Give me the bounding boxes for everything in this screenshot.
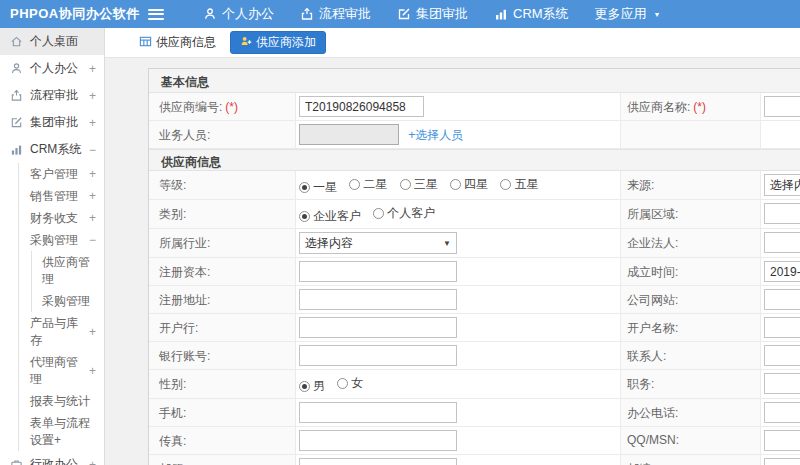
nav-group-approval[interactable]: 集团审批 xyxy=(384,0,481,28)
sidebar-item-products-inventory[interactable]: 产品与库存 + xyxy=(19,312,104,351)
sidebar-item-supplier-mgmt[interactable]: 供应商管理 xyxy=(32,251,104,290)
form-row: 注册资本: 成立时间: xyxy=(149,258,800,286)
company-website-input[interactable] xyxy=(764,289,800,310)
user-icon xyxy=(203,7,217,21)
sidebar-item-personal-desktop[interactable]: 个人桌面 xyxy=(0,28,104,55)
office-phone-input[interactable] xyxy=(764,402,800,423)
region-input[interactable] xyxy=(764,203,800,224)
expand-plus-icon[interactable]: + xyxy=(89,211,96,225)
sidebar-item-personal-office[interactable]: 个人办公 + xyxy=(0,55,104,82)
crm-submenu: 客户管理 + 销售管理 + 财务收支 + 采购管理 − 供应商管理 采购管理 产… xyxy=(18,163,104,451)
table-icon xyxy=(139,35,152,51)
required-mark: (*) xyxy=(693,100,706,114)
collapse-minus-icon[interactable]: − xyxy=(89,233,96,247)
form-row: 所属行业: 选择内容▼ 企业法人: xyxy=(149,229,800,258)
field-label: 办公电话: xyxy=(621,399,761,426)
field-label: 手机: xyxy=(149,399,296,426)
form-row: 性别: 男 女 职务: xyxy=(149,370,800,399)
nav-more-apps[interactable]: 更多应用 ▼ xyxy=(582,0,674,28)
tab-supplier-info[interactable]: 供应商信息 xyxy=(133,31,222,54)
mobile-input[interactable] xyxy=(299,402,457,423)
form-row: 供应商编号:(*) 供应商名称:(*) xyxy=(149,93,800,121)
radio-option[interactable]: 女 xyxy=(337,375,363,392)
content-area: 基本信息 供应商编号:(*) 供应商名称:(*) 业务人员: xyxy=(105,58,800,465)
radio-checked-icon xyxy=(299,381,310,392)
tab-supplier-add[interactable]: 供应商添加 xyxy=(230,31,326,54)
sidebar-item-group-approval[interactable]: 集团审批 + xyxy=(0,109,104,136)
radio-option[interactable]: 五星 xyxy=(500,176,538,193)
app-brand: PHPOA协同办公软件 xyxy=(0,5,148,23)
form-row: 类别: 企业客户 个人客户 所属区域: xyxy=(149,200,800,229)
field-label: 银行账号: xyxy=(149,342,296,369)
sidebar-item-admin-office[interactable]: 行政办公 + xyxy=(0,451,104,465)
field-label: 联系人: xyxy=(621,342,761,369)
field-label: 注册资本: xyxy=(149,258,296,285)
supplier-no-input[interactable] xyxy=(299,96,424,117)
expand-plus-icon[interactable]: + xyxy=(89,62,96,76)
sidebar-item-sales-mgmt[interactable]: 销售管理 + xyxy=(19,185,104,207)
bank-input[interactable] xyxy=(299,317,457,338)
field-label: 职务: xyxy=(621,370,761,398)
expand-plus-icon[interactable]: + xyxy=(89,189,96,203)
sidebar-item-crm-system[interactable]: CRM系统 − xyxy=(0,136,104,163)
sidebar-item-agent-mgmt[interactable]: 代理商管理 + xyxy=(19,351,104,390)
contact-person-input[interactable] xyxy=(764,345,800,366)
radio-option[interactable]: 个人客户 xyxy=(373,205,435,222)
field-label: 性别: xyxy=(149,370,296,398)
supplier-name-input[interactable] xyxy=(764,96,800,117)
radio-icon xyxy=(500,179,511,190)
hamburger-icon[interactable] xyxy=(148,9,164,20)
field-label: 供应商编号:(*) xyxy=(149,93,296,120)
sidebar-item-purchase-mgmt[interactable]: 采购管理 − xyxy=(19,229,104,251)
expand-plus-icon[interactable]: + xyxy=(89,167,96,181)
field-label: 企业法人: xyxy=(621,229,761,257)
tab-strip: 供应商信息 供应商添加 xyxy=(105,28,800,58)
account-name-input[interactable] xyxy=(764,317,800,338)
field-label: 业务人员: xyxy=(149,121,296,148)
postcode-input[interactable] xyxy=(764,458,800,465)
nav-workflow-approval[interactable]: 流程审批 xyxy=(287,0,384,28)
position-input[interactable] xyxy=(764,373,800,394)
radio-option[interactable]: 四星 xyxy=(450,176,488,193)
expand-plus-icon[interactable]: + xyxy=(89,89,96,103)
expand-plus-icon[interactable]: + xyxy=(89,364,96,378)
radio-option[interactable]: 三星 xyxy=(400,176,438,193)
sidebar-item-purchasing[interactable]: 采购管理 xyxy=(32,290,104,312)
field-label: 等级: xyxy=(149,171,296,199)
founding-date-input[interactable] xyxy=(764,261,800,282)
radio-checked-icon xyxy=(299,211,310,222)
source-select[interactable]: 选择内容▼ xyxy=(764,174,800,196)
bank-account-input[interactable] xyxy=(299,345,457,366)
sidebar-item-form-workflow-settings[interactable]: 表单与流程设置+ xyxy=(19,412,104,451)
qq-msn-input[interactable] xyxy=(764,430,800,451)
radio-option[interactable]: 一星 xyxy=(299,179,337,196)
email-input[interactable] xyxy=(299,458,457,465)
collapse-minus-icon[interactable]: − xyxy=(89,143,96,157)
fax-input[interactable] xyxy=(299,430,457,451)
sidebar-item-customer-mgmt[interactable]: 客户管理 + xyxy=(19,163,104,185)
field-label: 成立时间: xyxy=(621,258,761,285)
expand-plus-icon[interactable]: + xyxy=(89,458,96,465)
expand-plus-icon[interactable]: + xyxy=(89,116,96,130)
sidebar-item-reports-stats[interactable]: 报表与统计 xyxy=(19,390,104,412)
supplier-add-form: 基本信息 供应商编号:(*) 供应商名称:(*) 业务人员: xyxy=(148,68,800,465)
expand-plus-icon[interactable]: + xyxy=(89,325,96,339)
home-icon xyxy=(10,35,23,48)
radio-option[interactable]: 男 xyxy=(299,378,325,395)
sidebar-item-workflow-approval[interactable]: 流程审批 + xyxy=(0,82,104,109)
form-row: 手机: 办公电话: xyxy=(149,399,800,427)
radio-option[interactable]: 企业客户 xyxy=(299,208,361,225)
registered-address-input[interactable] xyxy=(299,289,457,310)
sidebar-item-finance[interactable]: 财务收支 + xyxy=(19,207,104,229)
user-icon xyxy=(10,62,23,75)
form-row: 邮箱: 邮编: xyxy=(149,455,800,465)
industry-select[interactable]: 选择内容▼ xyxy=(299,232,457,254)
legal-person-input[interactable] xyxy=(764,232,800,253)
nav-personal-office[interactable]: 个人办公 xyxy=(190,0,287,28)
choose-staff-link[interactable]: +选择人员 xyxy=(408,128,463,142)
field-label: 邮编: xyxy=(621,455,761,465)
nav-crm-system[interactable]: CRM系统 xyxy=(481,0,582,28)
staff-input[interactable] xyxy=(299,124,399,145)
radio-option[interactable]: 二星 xyxy=(349,176,387,193)
registered-capital-input[interactable] xyxy=(299,261,457,282)
